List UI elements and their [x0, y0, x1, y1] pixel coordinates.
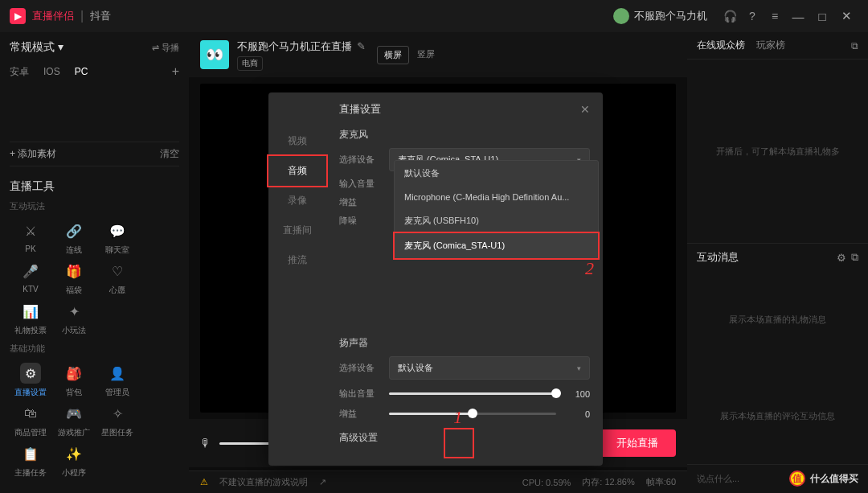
- tool-xinyuan[interactable]: ♡心愿: [96, 257, 138, 296]
- left-panel: 常规模式 ▾ ⇌ 导播 安卓 IOS PC + + 添加素材 清空 直播工具 互…: [0, 32, 189, 493]
- tool-hosttask[interactable]: 📋主播任务: [10, 440, 51, 479]
- msg-popout-icon[interactable]: ⧉: [851, 251, 858, 264]
- stream-category[interactable]: 电商: [237, 56, 263, 71]
- output-vol-value: 100: [566, 389, 590, 399]
- spk-device-label: 选择设备: [339, 362, 379, 374]
- mic-option-usbfh10[interactable]: 麦克风 (USBFH10): [395, 208, 598, 233]
- tool-pk[interactable]: ⚔PK: [10, 217, 51, 256]
- mic-option-comica[interactable]: 麦克风 (Comica_STA-U1): [395, 233, 598, 258]
- noise-label: 降噪: [339, 215, 379, 227]
- watermark: 值 什么值得买: [789, 470, 858, 487]
- minimize-button[interactable]: —: [786, 10, 810, 23]
- right-panel: 在线观众榜 玩家榜 ⧉ 开播后，可了解本场直播礼物多 互动消息 ⚙ ⧉ 展示本场…: [687, 32, 868, 493]
- tool-miniapp[interactable]: ✨小程序: [53, 440, 95, 479]
- avatar[interactable]: [613, 8, 629, 24]
- export-button[interactable]: ⇌ 导播: [152, 42, 179, 54]
- username-label[interactable]: 不服跑个马力机: [634, 9, 707, 23]
- start-stream-button[interactable]: 开始直播: [599, 429, 676, 457]
- tool-fudai[interactable]: 🎁福袋: [53, 257, 95, 296]
- modal-sidebar: 视频 音频 录像 直播间 推流: [268, 92, 326, 466]
- fps-stat: 帧率:60: [646, 476, 676, 488]
- brand-name: 抖音: [90, 9, 111, 23]
- maximize-button[interactable]: □: [810, 10, 834, 23]
- tab-audience[interactable]: 在线观众榜: [697, 39, 745, 52]
- group-basic-title: 基础功能: [10, 343, 179, 355]
- tool-settings[interactable]: ⚙直播设置: [10, 359, 51, 398]
- modal-title: 直播设置: [339, 102, 381, 117]
- titlebar: ▶ 直播伴侣 | 抖音 不服跑个马力机 🎧 ? ≡ — □ ✕: [0, 0, 868, 32]
- add-material-button[interactable]: + 添加素材: [10, 147, 56, 161]
- status-warning-text[interactable]: 不建议直播的游戏说明: [219, 476, 308, 488]
- msg-settings-icon[interactable]: ⚙: [837, 252, 846, 264]
- output-vol-slider[interactable]: [389, 392, 556, 395]
- output-vol-label: 输出音量: [339, 388, 379, 400]
- mic-device-dropdown: 默认设备 Microphone (C-Media High Definition…: [394, 160, 599, 259]
- tab-pc[interactable]: PC: [75, 66, 88, 77]
- tab-ios[interactable]: IOS: [43, 66, 60, 77]
- popout-icon[interactable]: ⧉: [851, 40, 858, 51]
- group-interactive-title: 互动玩法: [10, 200, 179, 212]
- tool-vote[interactable]: 📊礼物投票: [10, 298, 51, 336]
- tools-title: 直播工具: [10, 179, 179, 194]
- spk-device-select[interactable]: 默认设备▾: [389, 356, 590, 380]
- input-vol-label: 输入音量: [339, 178, 379, 190]
- tool-chatroom[interactable]: 💬聊天室: [96, 217, 138, 256]
- speaker-section-title: 扬声器: [339, 336, 590, 350]
- add-tab-button[interactable]: +: [172, 64, 179, 79]
- title-sep: |: [80, 9, 84, 23]
- help-icon[interactable]: ?: [741, 10, 764, 23]
- stream-header: 👀 不服跑个马力机正在直播 ✎ 电商 横屏 竖屏: [189, 32, 687, 77]
- modal-tab-push[interactable]: 推流: [268, 245, 326, 275]
- gain-label: 增益: [339, 196, 379, 208]
- app-logo: ▶: [10, 8, 26, 24]
- comment-placeholder: 展示本场直播的评论互动信息: [687, 368, 868, 464]
- stream-thumbnail[interactable]: 👀: [200, 40, 229, 69]
- tool-xiaowanfa[interactable]: ✦小玩法: [53, 298, 95, 336]
- modal-tab-record[interactable]: 录像: [268, 186, 326, 216]
- modal-close-button[interactable]: ✕: [580, 103, 590, 116]
- spk-gain-slider[interactable]: [389, 413, 556, 415]
- cpu-stat: CPU: 0.59%: [522, 478, 571, 487]
- tab-android[interactable]: 安卓: [10, 65, 29, 79]
- warning-icon: ⚠: [200, 477, 208, 487]
- spk-gain-label: 增益: [339, 408, 379, 420]
- tool-backpack[interactable]: 🎒背包: [53, 359, 95, 398]
- watermark-icon: 值: [789, 470, 805, 487]
- edit-icon[interactable]: ✎: [357, 40, 366, 52]
- mode-selector[interactable]: 常规模式 ▾: [10, 40, 63, 55]
- tool-lianxian[interactable]: 🔗连线: [53, 217, 95, 256]
- mem-stat: 内存: 12.86%: [582, 476, 634, 488]
- watermark-text: 什么值得买: [810, 472, 858, 486]
- orient-vertical[interactable]: 竖屏: [411, 46, 441, 64]
- orient-horizontal[interactable]: 横屏: [377, 46, 409, 64]
- modal-tab-audio[interactable]: 音频: [268, 156, 326, 186]
- advanced-section-title: 高级设置: [339, 431, 590, 445]
- tool-gamepromo[interactable]: 🎮游戏推广: [53, 400, 95, 438]
- interactive-msg-title: 互动消息: [697, 250, 739, 265]
- settings-modal: 视频 音频 录像 直播间 推流 直播设置 ✕ 麦克风 选择设备 麦克风 (Com…: [268, 92, 603, 466]
- platform-tabs: 安卓 IOS PC +: [10, 64, 179, 79]
- clear-button[interactable]: 清空: [160, 147, 179, 161]
- audience-placeholder: 开播后，可了解本场直播礼物多: [687, 60, 868, 243]
- mic-icon[interactable]: 🎙: [200, 437, 211, 450]
- tool-shop[interactable]: 🛍商品管理: [10, 400, 51, 438]
- tool-ktv[interactable]: 🎤KTV: [10, 257, 51, 296]
- tool-admin[interactable]: 👤管理员: [96, 359, 138, 398]
- mic-option-cmedia[interactable]: Microphone (C-Media High Definition Au..…: [395, 186, 598, 208]
- tool-startask[interactable]: ✧星图任务: [96, 400, 138, 438]
- app-name: 直播伴侣: [32, 9, 74, 23]
- modal-tab-room[interactable]: 直播间: [268, 216, 326, 245]
- menu-icon[interactable]: ≡: [764, 10, 786, 23]
- headset-icon[interactable]: 🎧: [719, 10, 741, 23]
- stream-title: 不服跑个马力机正在直播: [237, 39, 352, 54]
- mic-device-label: 选择设备: [339, 154, 379, 166]
- mic-section-title: 麦克风: [339, 128, 590, 142]
- close-button[interactable]: ✕: [834, 9, 858, 23]
- spk-gain-value: 0: [566, 409, 590, 419]
- tab-player[interactable]: 玩家榜: [756, 39, 785, 52]
- chevron-down-icon: ▾: [577, 364, 581, 372]
- modal-tab-video[interactable]: 视频: [268, 126, 326, 156]
- status-bar: ⚠ 不建议直播的游戏说明 ↗ CPU: 0.59% 内存: 12.86% 帧率:…: [189, 470, 687, 493]
- status-link-icon[interactable]: ↗: [319, 477, 326, 487]
- mic-option-default[interactable]: 默认设备: [395, 161, 598, 186]
